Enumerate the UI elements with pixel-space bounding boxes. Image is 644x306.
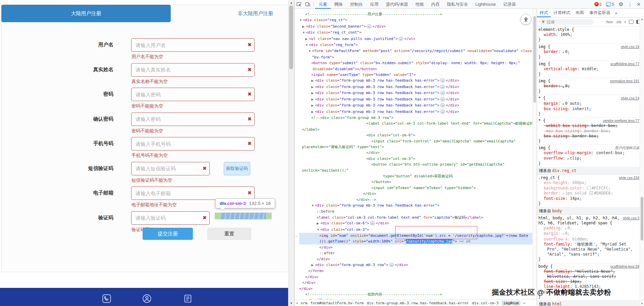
inherited-node-link[interactable]: div.reg_ct [552,168,576,173]
elements-tree-line[interactable]: <label class="col-sm-3 col-form-label te… [299,121,533,126]
stylesheet-link[interactable]: scaffolding.less:77 [610,61,639,67]
phone-icon[interactable] [102,294,111,303]
device-toolbar-icon[interactable] [303,0,312,9]
stylesheet-link[interactable]: style.css:3 [623,216,639,221]
css-property[interactable]: font-family: '微软雅黑', "Myriad Set Pro", "… [538,242,639,257]
expand-ellipsis-icon[interactable]: … [367,24,372,29]
elements-tree-line[interactable]: </div> [299,245,533,250]
elements-tree-line[interactable]: <input id="eToken" name="eToken" type="h… [299,185,533,191]
css-property[interactable]: margin: ▶0 auto; [538,101,639,106]
expand-arrow-icon[interactable]: ▶ [565,227,567,230]
captcha-image[interactable] [221,213,266,219]
css-property[interactable]: background-color: #FCFCFC; [538,186,639,191]
styles-scrollbar[interactable]: ▲ ▼ [640,17,644,306]
elements-tree-line[interactable]: type="button" disabled>获取验证码 [299,173,533,179]
expand-arrow-icon[interactable]: ▶ [568,157,569,160]
styles-scroll-down-icon[interactable]: ▼ [640,302,644,305]
elements-tree-line-selected[interactable]: …<img id="num" onclick="document.getElem… [299,233,533,238]
scroll-up-icon[interactable]: ▲ [288,1,294,4]
devtools-tab-记录器[interactable]: 记录器 [499,0,520,9]
stylesheet-link[interactable]: 用户代理样式表 [615,145,640,150]
page-scrollbar[interactable]: ▲ ▼ [288,0,294,306]
page-scrollbar-thumb[interactable] [289,5,293,69]
css-property[interactable]: box-sizing: border-box; [538,134,639,139]
expand-ellipsis-icon[interactable]: … [440,91,445,95]
elements-tree-line[interactable]: ::after [299,250,533,256]
css-property[interactable]: box-sizing: inherit; [538,106,639,112]
elements-tree-line[interactable]: <label class="col-sm-3 col-form-label te… [299,215,533,220]
elements-tree-line[interactable]: <div class="col-sm-6"> [299,132,533,138]
devtools-tab-Lighthouse[interactable]: Lighthouse [472,0,499,9]
styles-scrollbar-thumb[interactable] [641,197,643,241]
elements-tree-line[interactable]: <input class="form-control" id="emailCap… [299,138,533,144]
styles-tab-布局[interactable]: 布局 [573,9,587,17]
devtools-tab-源代码/来源[interactable]: 源代码/来源 [382,0,412,9]
submit-register-button[interactable]: 提交注册 [143,228,193,240]
css-property[interactable]: -webkit-box-sizing: border-box; [538,123,639,128]
styles-tab-样式[interactable]: 样式 [537,9,551,17]
stylesheet-link[interactable]: style.css:14 [621,96,639,101]
inspect-element-icon[interactable] [294,0,303,9]
css-property[interactable]: overflow-clip-margin: content-box; [538,150,639,156]
style-filter-input[interactable]: 过滤 [539,19,594,25]
field-input-2[interactable] [131,63,255,77]
css-property[interactable]: overflow-x: hidden; [538,237,639,242]
elements-tree-line[interactable]: </div>--> [299,197,533,203]
stylesheet-link[interactable]: scaffolding.less:28 [610,264,639,269]
stylesheet-link[interactable]: style.css:234 [619,175,639,180]
elements-tree-line[interactable]: ▼<form id="defaultForm" method="post" ac… [299,48,533,54]
toggle-element-classes[interactable]: .cls [615,20,621,24]
css-property[interactable]: font-family: "Helvetica Neue", Helvetica… [538,269,639,279]
elements-tree-line-selected[interactable]: ()).getTime()" style="width:100%" src="/… [299,238,533,244]
more-panels-chevron-icon[interactable]: » [613,11,620,15]
elements-tree-line[interactable]: ▶<div class="form-group mb-3 row has-fee… [299,78,533,84]
elements-tree-line[interactable]: ::before [299,209,533,214]
elements-tree-line[interactable]: ▶<div class="form-group mb-3 row has-fee… [299,102,533,108]
field-input-4[interactable] [131,113,255,126]
expand-arrow-icon[interactable]: ▶ [563,51,565,54]
color-swatch[interactable] [587,186,591,190]
expand-ellipsis-icon[interactable]: … [440,78,445,83]
css-property[interactable]: border: ▶0; [538,84,639,89]
css-property[interactable]: font-size: 14px; [538,196,639,201]
elements-tree-line[interactable]: ▶<ul class="nav nav-pills nav-justified"… [299,36,533,42]
elements-tree-line[interactable]: <input name="userType" type="hidden" val… [299,72,533,78]
rendering-emulation-icon[interactable] [629,20,634,24]
elements-tree-line[interactable]: disabled="disabled"></button> [299,66,533,72]
devtools-tab-应用[interactable]: 应用 [367,0,382,9]
elements-tree-line[interactable]: ▼<div class="reg_form"> [299,42,533,48]
expand-ellipsis-icon[interactable]: … [398,37,404,41]
breadcrumb-item[interactable]: orm [301,301,307,305]
breadcrumb-item[interactable]: div.form-group.mb-3.row.has-feedback.has… [367,301,469,305]
expand-ellipsis-icon[interactable]: … [440,110,445,114]
elements-tree-line[interactable]: ▼<div class="reg_ct_cont"> [299,30,533,36]
close-devtools-icon[interactable]: ✕ [637,2,641,7]
expand-ellipsis-icon[interactable]: … [389,263,394,267]
accessibility-person-icon[interactable] [520,14,531,25]
styles-scroll-up-icon[interactable]: ▲ [640,18,644,21]
elements-scrollbar-thumb[interactable] [533,16,536,103]
css-property[interactable]: -moz-box-sizing: border-box; [538,129,639,134]
field-input-7[interactable] [131,186,255,200]
expand-arrow-icon[interactable]: ▶ [563,102,565,105]
console-message-badge[interactable]: 5 [606,2,614,7]
breadcrumb-scroll-right-icon[interactable]: ▶ [524,301,525,305]
elements-tree-line[interactable]: </label> [299,127,533,132]
scroll-down-icon[interactable]: ▼ [288,302,294,305]
breadcrumb-item[interactable]: div.col-sm-3 [472,301,498,305]
elements-tree-line[interactable]: ▼<div class="reg_ct"> [299,17,533,23]
elements-tree-line[interactable]: ▼<div class="col-sm-3"> [299,227,533,233]
breadcrumb-scroll-left-icon[interactable]: ◀ [296,301,298,305]
inherited-node-link[interactable]: body [552,209,562,213]
elements-tree-line[interactable]: ▶<div class="col-sm-6">…</div> [299,220,533,226]
field-input-1[interactable] [131,38,255,52]
css-property[interactable]: width: 100%; [538,32,639,37]
elements-tree-line[interactable]: </div> [299,191,533,196]
elements-tree-line[interactable]: ▶<div class="Second_banner">…</div> [299,24,533,30]
expand-ellipsis-icon[interactable]: … [440,85,445,89]
color-swatch[interactable] [589,191,593,195]
elements-tree-line[interactable]: </div> [299,150,533,156]
elements-tree-line[interactable]: ▶<div class="form-group mb-3 row has-fee… [299,96,533,102]
css-property[interactable]: overflow: ▶clip; [538,156,639,161]
css-property[interactable]: vertical-align: middle; [538,67,639,72]
